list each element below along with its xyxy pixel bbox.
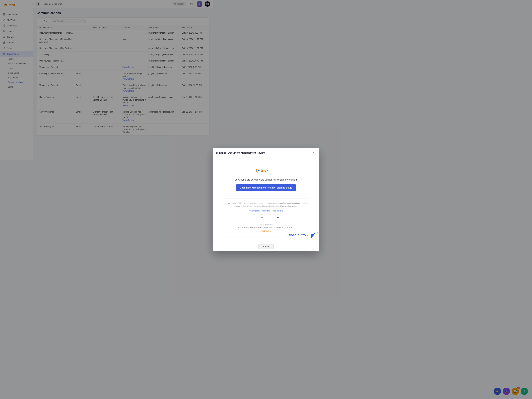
modal-overlay[interactable]: [Finance] Document Management Review × t… <box>0 0 213 160</box>
